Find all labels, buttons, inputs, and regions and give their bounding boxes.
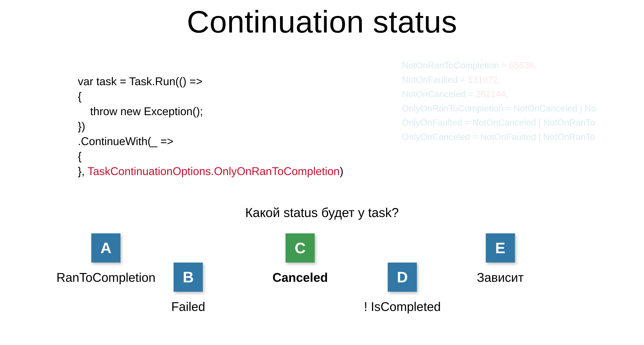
enum-line-5: OnlyOnFaulted = NotOnCanceled | NotOnRan…: [402, 115, 596, 130]
enum-eq: =: [470, 132, 480, 142]
code-block: var task = Task.Run(() => { throw new Ex…: [78, 74, 344, 179]
enum-val: NotOnFaulted | NotOnRanTo: [480, 132, 595, 142]
option-e-box: E: [486, 233, 515, 263]
code-line-3: throw new Exception();: [78, 105, 203, 117]
options-row: A RanToCompletion B Failed C Canceled D …: [0, 233, 644, 340]
enum-comma: ,: [534, 60, 536, 70]
enum-key: NotOnFaulted: [402, 75, 458, 85]
code-line-2: {: [78, 90, 82, 102]
enum-eq: =: [458, 75, 468, 85]
enum-val: 131072: [468, 75, 498, 85]
enum-eq: =: [499, 60, 509, 70]
code-line-7-highlight: TaskContinuationOptions.OnlyOnRanToCompl…: [88, 165, 340, 177]
enum-eq: =: [462, 117, 472, 128]
enum-eq: =: [504, 103, 514, 113]
option-a: A RanToCompletion: [56, 233, 156, 285]
enum-block: NotOnRanToCompletion = 65536, NotOnFault…: [402, 58, 596, 144]
code-line-7-suffix: ): [340, 165, 344, 177]
option-c-box: C: [286, 233, 315, 263]
code-line-1: var task = Task.Run(() =>: [78, 75, 202, 87]
option-b: B Failed: [171, 263, 205, 314]
option-d: D ! IsCompleted: [364, 263, 441, 314]
enum-line-1: NotOnRanToCompletion = 65536,: [402, 58, 596, 73]
enum-eq: =: [466, 89, 476, 99]
slide-title: Continuation status: [0, 4, 644, 40]
code-line-6: {: [78, 150, 82, 162]
question-text: Какой status будет у task?: [0, 205, 644, 220]
enum-val: 262144: [476, 89, 506, 99]
option-b-box: B: [174, 263, 203, 292]
enum-val: NotOnCanceled | No: [514, 103, 596, 113]
enum-key: OnlyOnRanToCompletion: [402, 103, 504, 113]
option-a-label: RanToCompletion: [56, 270, 156, 285]
enum-comma: ,: [506, 89, 508, 99]
enum-key: NotOnCanceled: [402, 89, 466, 99]
option-c: C Canceled: [272, 233, 328, 285]
enum-line-2: NotOnFaulted = 131072,: [402, 73, 596, 87]
enum-comma: ,: [498, 75, 500, 85]
option-b-label: Failed: [171, 300, 205, 314]
option-d-box: D: [388, 263, 417, 292]
enum-line-4: OnlyOnRanToCompletion = NotOnCanceled | …: [402, 101, 596, 116]
code-line-5: .ContinueWith(_ =>: [78, 135, 174, 147]
enum-val: NotOnCanceled | NotOnRanTo: [472, 117, 595, 128]
enum-key: OnlyOnFaulted: [402, 117, 462, 128]
code-line-4: }): [78, 120, 85, 132]
option-a-box: A: [91, 233, 120, 263]
enum-val: 65536: [509, 60, 534, 70]
enum-key: NotOnRanToCompletion: [402, 60, 499, 70]
option-d-label: ! IsCompleted: [364, 300, 441, 314]
option-c-label: Canceled: [272, 270, 328, 285]
code-line-7-prefix: },: [78, 165, 88, 177]
option-e-label: Зависит: [477, 270, 524, 285]
enum-line-3: NotOnCanceled = 262144,: [402, 87, 596, 101]
option-e: E Зависит: [477, 233, 524, 285]
slide: Continuation status var task = Task.Run(…: [0, 0, 644, 345]
enum-key: OnlyOnCanceled: [402, 132, 470, 142]
enum-line-6: OnlyOnCanceled = NotOnFaulted | NotOnRan…: [402, 130, 596, 144]
